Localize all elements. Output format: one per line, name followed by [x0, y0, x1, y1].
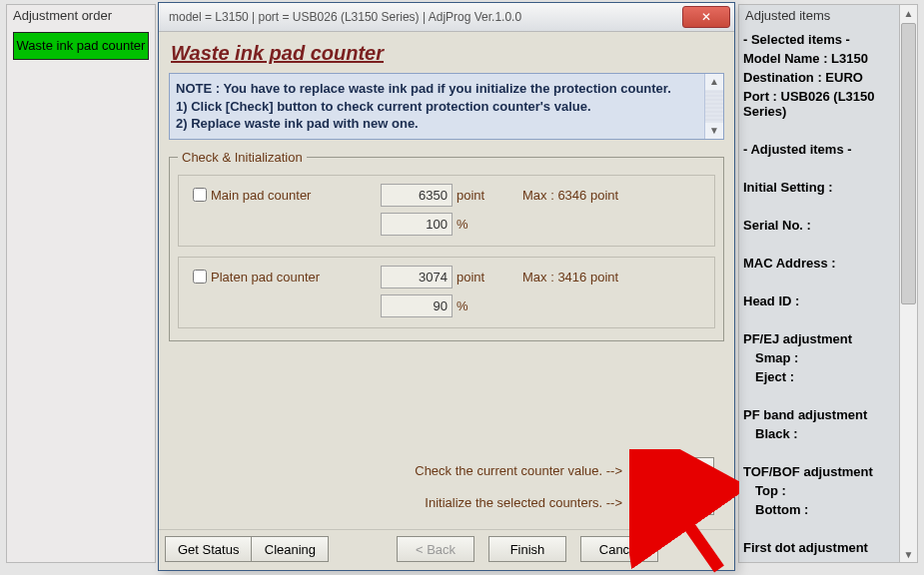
- adjustment-order-panel: Adjustment order Waste ink pad counter: [6, 4, 156, 563]
- adjusted-item-line: Model Name : L3150: [743, 51, 895, 66]
- adjusted-item-line: Black :: [743, 426, 895, 441]
- adjusted-item-line: [743, 275, 895, 289]
- scroll-up-icon[interactable]: ▲: [900, 5, 917, 21]
- scrollbar-thumb[interactable]: [901, 23, 916, 304]
- right-scrollbar[interactable]: ▲ ▼: [899, 5, 917, 562]
- main-pad-label: Main pad counter: [211, 188, 381, 203]
- adjusted-items-panel: Adjusted items - Selected items -Model N…: [738, 4, 918, 563]
- check-button[interactable]: Check: [636, 457, 714, 483]
- adjusted-item-line: [743, 161, 895, 176]
- main-pad-checkbox[interactable]: [193, 188, 207, 202]
- adjusted-item-line: - Adjusted items -: [743, 142, 895, 157]
- note-scrollbar[interactable]: ▲ ▼: [704, 74, 723, 139]
- scroll-down-icon[interactable]: ▼: [705, 123, 723, 139]
- get-status-button[interactable]: Get Status: [165, 536, 251, 562]
- titlebar-text: model = L3150 | port = USB026 (L3150 Ser…: [169, 10, 682, 24]
- initialize-button[interactable]: Initialize: [636, 489, 714, 515]
- adjusted-item-line: [743, 388, 895, 403]
- adjusted-items-title: Adjusted items: [739, 5, 899, 26]
- main-pad-max: Max : 6346 point: [502, 188, 652, 203]
- platen-pad-label: Platen pad counter: [211, 270, 381, 285]
- initialize-hint-text: Initialize the selected counters. -->: [425, 495, 622, 510]
- action-rows: Check the current counter value. --> Che…: [169, 435, 724, 525]
- note-line: 2) Replace waste ink pad with new one.: [176, 115, 699, 133]
- percent-unit: %: [453, 298, 502, 313]
- adjusted-item-line: Eject :: [743, 369, 895, 384]
- adjusted-item-line: Top :: [743, 483, 895, 498]
- main-pad-counter-box: Main pad counter 6350 point Max : 6346 p…: [178, 175, 715, 247]
- adjusted-item-line: Destination : EURO: [743, 70, 895, 85]
- adjusted-item-line: Initial Setting :: [743, 180, 895, 195]
- dialog-bottom-bar: Get Status Cleaning < Back Finish Cancel: [159, 529, 734, 570]
- back-button: < Back: [397, 536, 474, 562]
- finish-button[interactable]: Finish: [488, 536, 566, 562]
- adjusted-item-line: Serial No. :: [743, 218, 895, 233]
- dialog-window: model = L3150 | port = USB026 (L3150 Ser…: [158, 2, 735, 571]
- adjusted-item-line: First dot adjustment: [743, 540, 895, 555]
- platen-pad-checkbox[interactable]: [193, 270, 207, 284]
- adjusted-item-line: [743, 237, 895, 252]
- adjusted-item-line: PF/EJ adjustment: [743, 331, 895, 346]
- adjusted-item-line: TOF/BOF adjustment: [743, 464, 895, 479]
- adjusted-item-line: PF band adjustment: [743, 407, 895, 422]
- scroll-down-icon[interactable]: ▼: [900, 546, 917, 562]
- adjusted-item-line: MAC Address :: [743, 256, 895, 271]
- note-line: NOTE : You have to replace waste ink pad…: [176, 80, 699, 98]
- cancel-button[interactable]: Cancel: [580, 536, 658, 562]
- check-hint-text: Check the current counter value. -->: [415, 463, 622, 478]
- close-button[interactable]: ✕: [682, 6, 730, 28]
- platen-pad-percent-field: 90: [381, 294, 453, 317]
- point-unit: point: [453, 270, 502, 285]
- adjusted-item-line: [743, 199, 895, 214]
- adjusted-items-list: - Selected items -Model Name : L3150Dest…: [739, 26, 899, 562]
- adjusted-item-line: [743, 445, 895, 460]
- adjusted-item-line: Bottom :: [743, 502, 895, 517]
- adjusted-item-line: Smap :: [743, 350, 895, 365]
- order-item-waste-ink-pad[interactable]: Waste ink pad counter: [13, 32, 149, 60]
- adjustment-order-title: Adjustment order: [7, 5, 155, 26]
- main-pad-percent-field: 100: [381, 213, 453, 236]
- adjusted-item-line: Port : USB026 (L3150 Series): [743, 89, 895, 119]
- adjusted-item-line: Head ID :: [743, 293, 895, 308]
- adjusted-item-line: - Selected items -: [743, 32, 895, 47]
- order-item-label: Waste ink pad counter: [17, 38, 146, 53]
- note-box: NOTE : You have to replace waste ink pad…: [169, 73, 724, 140]
- adjusted-item-line: [743, 312, 895, 327]
- platen-pad-max: Max : 3416 point: [502, 270, 652, 285]
- scrollbar-thumb[interactable]: [705, 90, 723, 123]
- adjusted-item-line: [743, 123, 895, 138]
- cleaning-button[interactable]: Cleaning: [251, 536, 329, 562]
- adjusted-item-line: 1st dot :: [743, 559, 895, 562]
- close-icon: ✕: [701, 10, 711, 24]
- main-pad-point-field: 6350: [381, 184, 453, 207]
- group-legend: Check & Initialization: [178, 150, 307, 165]
- titlebar[interactable]: model = L3150 | port = USB026 (L3150 Ser…: [159, 3, 734, 32]
- platen-pad-counter-box: Platen pad counter 3074 point Max : 3416…: [178, 257, 715, 328]
- platen-pad-point-field: 3074: [381, 266, 453, 288]
- page-heading: Waste ink pad counter: [171, 42, 724, 65]
- check-init-group: Check & Initialization Main pad counter …: [169, 150, 724, 341]
- percent-unit: %: [453, 217, 502, 232]
- point-unit: point: [453, 188, 502, 203]
- note-line: 1) Click [Check] button to check current…: [176, 98, 699, 116]
- adjusted-item-line: [743, 521, 895, 536]
- scroll-up-icon[interactable]: ▲: [705, 74, 723, 90]
